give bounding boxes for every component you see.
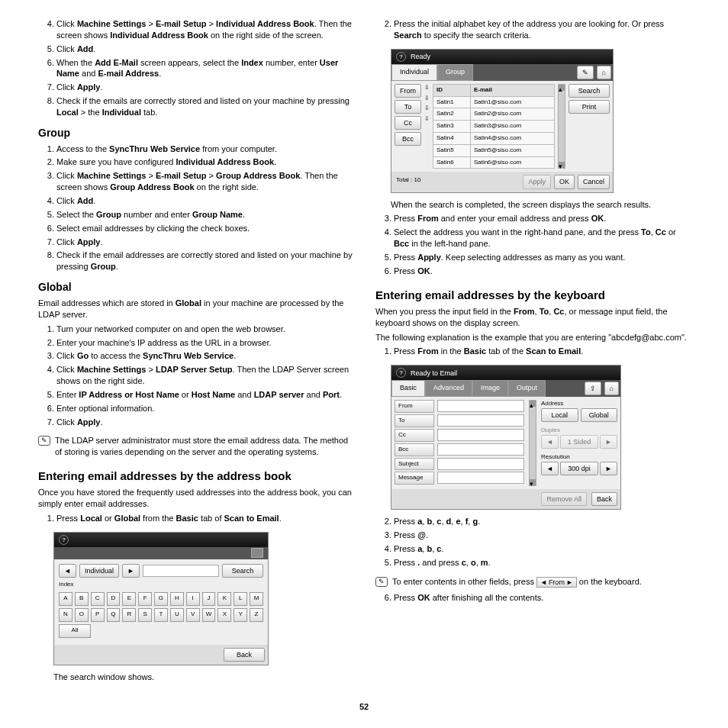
address-table: IDE-mail Satin1Satin1@siso.comSatin2Sati… bbox=[433, 84, 555, 169]
key-Y[interactable]: Y bbox=[234, 608, 247, 622]
keyboard-p1: When you press the input field in the Fr… bbox=[375, 306, 690, 329]
key-U[interactable]: U bbox=[170, 608, 184, 622]
tab-individual[interactable]: Individual bbox=[391, 64, 437, 81]
help-icon: ? bbox=[59, 535, 69, 545]
table-row[interactable]: Satin3Satin3@siso.com bbox=[433, 121, 555, 133]
to-button[interactable]: To bbox=[395, 100, 421, 114]
next-button[interactable]: ► bbox=[122, 564, 140, 578]
screenshot-search-keyboard: ? ◄ Individual ► Search Index ABCDEFGHIJ… bbox=[53, 532, 269, 665]
page-number: 52 bbox=[38, 701, 690, 713]
key-R[interactable]: R bbox=[122, 608, 136, 622]
key-Z[interactable]: Z bbox=[250, 608, 263, 622]
global-steps: Turn your networked computer on and open… bbox=[38, 324, 353, 428]
key-A[interactable]: A bbox=[59, 592, 72, 606]
cc-button[interactable]: Cc bbox=[395, 116, 421, 130]
key-O[interactable]: O bbox=[75, 608, 89, 622]
key-J[interactable]: J bbox=[202, 592, 216, 606]
step-5: Click Add. bbox=[56, 43, 353, 55]
key-T[interactable]: T bbox=[154, 608, 168, 622]
key-V[interactable]: V bbox=[186, 608, 200, 622]
table-row[interactable]: Satin1Satin1@siso.com bbox=[433, 96, 555, 108]
from-button[interactable]: From bbox=[395, 84, 421, 98]
field-to[interactable]: To bbox=[395, 414, 434, 427]
ok-button[interactable]: OK bbox=[554, 175, 575, 188]
prev-button[interactable]: ◄ bbox=[59, 564, 76, 578]
print-button[interactable]: Print bbox=[569, 100, 610, 114]
note-icon: ✎ bbox=[38, 436, 50, 446]
res-prev[interactable]: ◄ bbox=[541, 462, 559, 475]
table-row[interactable]: Satin2Satin2@siso.com bbox=[433, 108, 555, 121]
key-W[interactable]: W bbox=[202, 608, 216, 622]
help-icon: ? bbox=[396, 52, 406, 62]
local-button[interactable]: Local bbox=[541, 408, 578, 422]
home-icon[interactable]: ⌂ bbox=[597, 66, 611, 79]
field-cc[interactable]: Cc bbox=[395, 429, 434, 442]
cancel-button[interactable]: Cancel bbox=[578, 175, 610, 188]
step-4: Click Machine Settings > E-mail Setup > … bbox=[56, 18, 353, 41]
table-row[interactable]: Satin6Satin6@siso.com bbox=[433, 156, 555, 169]
key-L[interactable]: L bbox=[234, 592, 247, 606]
screenshot-address-list: ?Ready Individual Group ✎ ⌂ From To Cc B… bbox=[391, 49, 614, 193]
tab-output[interactable]: Output bbox=[508, 380, 546, 397]
key-B[interactable]: B bbox=[75, 592, 89, 606]
key-G[interactable]: G bbox=[154, 592, 168, 606]
all-key[interactable]: All bbox=[59, 624, 91, 638]
after-ss2: When the search is completed, the screen… bbox=[391, 199, 690, 211]
field-from[interactable]: From bbox=[395, 400, 434, 413]
key-H[interactable]: H bbox=[170, 592, 184, 606]
apply-button[interactable]: Apply bbox=[523, 175, 551, 188]
key-E[interactable]: E bbox=[122, 592, 136, 606]
key-S[interactable]: S bbox=[138, 608, 152, 622]
key-I[interactable]: I bbox=[186, 592, 200, 606]
search-button[interactable]: Search bbox=[569, 84, 610, 98]
upload-icon[interactable]: ⇪ bbox=[585, 382, 601, 395]
key-X[interactable]: X bbox=[217, 608, 231, 622]
steps-3-6: Press From and enter your email address … bbox=[375, 213, 690, 276]
search-button[interactable]: Search bbox=[222, 564, 263, 578]
keyboard-steps-2-5: Press a, b, c, d, e, f, g. Press @. Pres… bbox=[375, 516, 690, 568]
home-icon[interactable]: ⌂ bbox=[604, 382, 619, 395]
keyboard-p2: The following explanation is the example… bbox=[375, 332, 690, 343]
home-icon bbox=[251, 548, 263, 558]
key-F[interactable]: F bbox=[138, 592, 152, 606]
field-bcc[interactable]: Bcc bbox=[395, 443, 434, 456]
key-K[interactable]: K bbox=[217, 592, 231, 606]
tab-basic[interactable]: Basic bbox=[391, 380, 425, 397]
screenshot-scan-to-email: ?Ready to Email BasicAdvancedImageOutput… bbox=[391, 365, 621, 510]
key-row-2: NOPQRSTUVWXYZ bbox=[59, 608, 263, 622]
individual-button[interactable]: Individual bbox=[79, 564, 119, 578]
back-button[interactable]: Back bbox=[591, 492, 617, 506]
ldap-note: ✎ The LDAP server administrator must sto… bbox=[38, 435, 353, 458]
keyboard-heading: Entering email addresses by the keyboard bbox=[375, 288, 690, 303]
edit-icon[interactable]: ✎ bbox=[577, 66, 594, 79]
group-heading: Group bbox=[38, 126, 353, 140]
ss1-caption: The search window shows. bbox=[53, 672, 353, 683]
key-D[interactable]: D bbox=[107, 592, 121, 606]
step-6: When the Add E-Mail screen appears, sele… bbox=[56, 57, 353, 80]
key-row-1: ABCDEFGHIJKLM bbox=[59, 592, 263, 606]
field-subject[interactable]: Subject bbox=[395, 458, 434, 471]
scroll-up[interactable]: ▴ bbox=[559, 85, 565, 91]
group-steps: Access to the SyncThru Web Service from … bbox=[38, 143, 353, 272]
key-Q[interactable]: Q bbox=[107, 608, 121, 622]
key-M[interactable]: M bbox=[250, 592, 263, 606]
field-message[interactable]: Message bbox=[395, 472, 434, 485]
note-icon: ✎ bbox=[375, 577, 388, 587]
key-C[interactable]: C bbox=[91, 592, 105, 606]
key-N[interactable]: N bbox=[59, 608, 72, 622]
res-next[interactable]: ► bbox=[600, 462, 617, 475]
tab-image[interactable]: Image bbox=[472, 380, 508, 397]
keyboard-note: ✎ To enter contents in other fields, pre… bbox=[375, 576, 690, 588]
global-intro: Email addresses which are stored in Glob… bbox=[38, 298, 353, 321]
table-row[interactable]: Satin5Satin5@siso.com bbox=[433, 144, 555, 156]
bcc-button[interactable]: Bcc bbox=[395, 132, 421, 146]
back-button[interactable]: Back bbox=[224, 648, 265, 662]
tab-group[interactable]: Group bbox=[437, 64, 473, 81]
scroll-down[interactable]: ▾ bbox=[559, 162, 565, 168]
table-row[interactable]: Satin4Satin4@siso.com bbox=[433, 133, 555, 145]
global-button[interactable]: Global bbox=[581, 408, 618, 422]
remove-all-button[interactable]: Remove All bbox=[541, 492, 587, 506]
addrbook-heading: Entering email addresses by the address … bbox=[38, 469, 353, 484]
key-P[interactable]: P bbox=[91, 608, 105, 622]
tab-advanced[interactable]: Advanced bbox=[425, 380, 472, 397]
